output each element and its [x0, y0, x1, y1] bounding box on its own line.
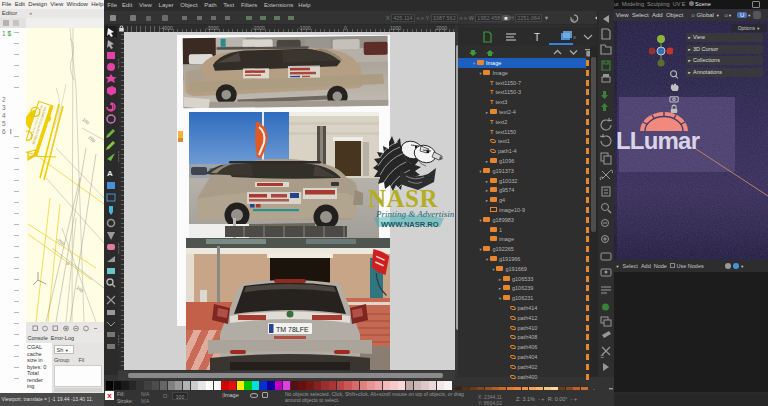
svg-text:200: 200 — [87, 135, 96, 144]
svg-text:WWW.NASR.RO: WWW.NASR.RO — [381, 220, 439, 229]
svg-text:LLumar: LLumar — [616, 127, 700, 154]
svg-text:NASR: NASR — [368, 185, 439, 212]
svg-text:T: T — [534, 32, 540, 43]
svg-text:100: 100 — [81, 117, 90, 126]
svg-text:A: A — [107, 169, 113, 178]
svg-text:x: x — [573, 34, 576, 40]
svg-text:TM 78LFE: TM 78LFE — [276, 326, 309, 333]
